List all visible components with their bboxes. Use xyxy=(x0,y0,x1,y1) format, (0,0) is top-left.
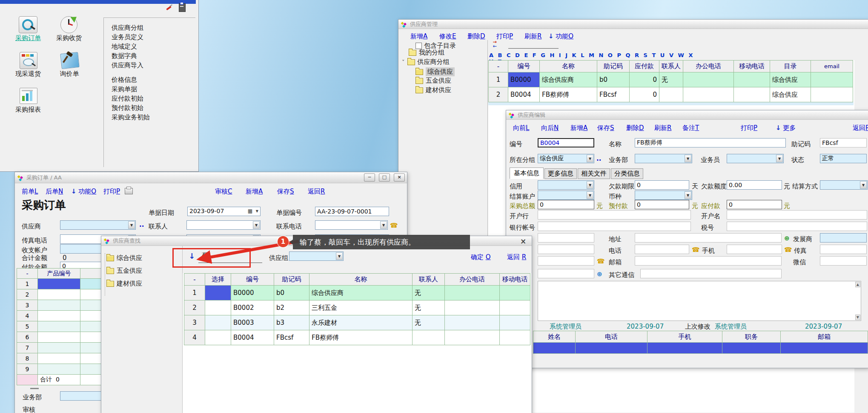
tree-item-hardware-supply[interactable]: 五金供应 xyxy=(415,77,451,85)
mgr-filter-input[interactable] xyxy=(508,48,559,49)
order-audit-button[interactable]: 审核C xyxy=(215,188,232,196)
phone-field[interactable] xyxy=(635,245,689,254)
scroll-up-icon[interactable]: ▲ xyxy=(855,282,860,287)
menu-item-supplier-group[interactable]: 供应商分组 xyxy=(112,23,143,32)
mgr-new-button[interactable]: 新增A xyxy=(410,32,427,40)
payable-field[interactable] xyxy=(727,200,782,209)
mgr-print-button[interactable]: 打印P xyxy=(496,32,513,40)
order-item-row[interactable]: 2 xyxy=(17,289,107,300)
shortcut-return-goods[interactable]: 现采退货 xyxy=(10,51,46,82)
code-field[interactable] xyxy=(538,138,594,147)
search-tree-building[interactable]: 建材供应 xyxy=(106,280,142,288)
phone-combo[interactable]: ▼ xyxy=(315,220,388,230)
contacts-selected-row[interactable] xyxy=(533,343,868,354)
order-item-row[interactable]: 3 xyxy=(17,300,107,311)
settle-account-combo[interactable]: ▼ xyxy=(538,191,594,200)
order-item-row[interactable]: 4 xyxy=(17,311,107,321)
swap-arrows-icon[interactable]: →← xyxy=(491,40,498,49)
tools-icon[interactable] xyxy=(165,4,173,11)
mgr-refresh-button[interactable]: 刷新R xyxy=(524,32,541,40)
search-result-row[interactable]: 2B0002b2三利五金无 xyxy=(184,300,530,315)
menu-item-purchase-biz-init[interactable]: 采购业务初始 xyxy=(112,113,150,122)
combo-arrow-icon[interactable]: ▼ xyxy=(253,221,260,229)
menu-item-region-define[interactable]: 地域定义 xyxy=(112,42,137,51)
shortcut-label[interactable]: 现采退货 xyxy=(10,70,46,78)
credit-combo[interactable]: ▼ xyxy=(538,180,594,190)
edit-prev-button[interactable]: 向前L xyxy=(513,124,529,132)
expander-icon[interactable]: ˅ xyxy=(402,59,405,65)
combo-arrow-icon[interactable]: ▼ xyxy=(860,181,867,189)
mgr-delete-button[interactable]: 删除D xyxy=(467,32,485,40)
order-item-row[interactable]: 7 xyxy=(17,343,107,353)
menu-item-prepay-init[interactable]: 预付款初始 xyxy=(112,103,143,113)
menu-item-payable-init[interactable]: 应付款初始 xyxy=(112,94,143,103)
order-item-row[interactable]: 6 xyxy=(17,332,107,343)
edit-delete-button[interactable]: 删除D xyxy=(626,124,644,132)
other-contact-field[interactable] xyxy=(640,269,782,278)
mgr-function-button[interactable]: ↓ 功能O xyxy=(548,32,573,40)
tab-category-info[interactable]: 分类信息 xyxy=(611,168,643,179)
tree-item-supplier-group[interactable]: ˅供应商分组 xyxy=(402,58,450,66)
order-function-button[interactable]: ↓ 功能O xyxy=(71,188,96,196)
status-field[interactable]: 正常 xyxy=(820,154,867,163)
menu-item-price-info[interactable]: 价格信息 xyxy=(112,75,137,84)
shortcut-purchase-receipt[interactable]: 采购收货 xyxy=(51,15,87,46)
combo-arrow-icon[interactable]: ▼ xyxy=(685,191,691,199)
settle-method-combo[interactable]: ▼ xyxy=(820,180,868,190)
bank-name-field[interactable] xyxy=(727,210,867,219)
contact-person-field[interactable] xyxy=(538,245,594,254)
combo-arrow-icon[interactable]: ▼ xyxy=(776,155,783,162)
close-icon[interactable]: × xyxy=(520,237,526,245)
menu-item-purchase-docs[interactable]: 采购单据 xyxy=(112,84,137,94)
combo-arrow-icon[interactable]: ▼ xyxy=(685,155,691,162)
shortcut-label[interactable]: 采购收货 xyxy=(51,34,87,42)
table-row[interactable]: 2B0004FB蔡师傅FBcsf0综合供应 xyxy=(489,87,853,102)
combo-arrow-icon[interactable]: ▼ xyxy=(587,181,593,189)
shortcut-purchase-order[interactable]: 采购订单 xyxy=(10,15,46,46)
debt-limit-field[interactable] xyxy=(727,180,782,190)
group-combo[interactable]: 综合供应▼ xyxy=(538,154,594,163)
order-item-row[interactable]: 9 xyxy=(17,364,107,375)
bank-field[interactable] xyxy=(538,210,691,219)
prepay-field[interactable] xyxy=(635,200,689,209)
order-print-button[interactable]: 打印P xyxy=(103,188,120,196)
order-prev-button[interactable]: 前单L xyxy=(22,188,38,196)
tree-item-building-supply[interactable]: 建材供应 xyxy=(415,86,451,94)
combo-arrow-icon[interactable]: ▼ xyxy=(380,221,387,229)
order-next-button[interactable]: 后单N xyxy=(46,188,63,196)
edit-refresh-button[interactable]: 刷新R xyxy=(654,124,671,132)
scroll-down-icon[interactable]: ▼ xyxy=(855,315,860,320)
table-row[interactable]: 1B0000综合供应商b00无综合供应 xyxy=(489,72,853,87)
purchase-total-field[interactable] xyxy=(538,200,594,209)
close-button[interactable]: × xyxy=(394,173,405,182)
supplier-group-combo[interactable]: ▼ xyxy=(289,251,344,261)
edit-save-button[interactable]: 保存S xyxy=(597,124,614,132)
calendar-icon[interactable]: ▦ xyxy=(248,208,252,214)
shortcut-label[interactable]: 采购订单 xyxy=(10,34,46,42)
order-new-button[interactable]: 新增A xyxy=(246,188,263,196)
supplier-combo[interactable]: ▼ xyxy=(60,220,136,230)
edit-note-button[interactable]: 备注T xyxy=(682,124,699,132)
shortcut-label[interactable]: 询价单 xyxy=(52,70,86,78)
order-save-button[interactable]: 保存S xyxy=(277,188,294,196)
order-item-row[interactable]: 1 xyxy=(17,279,107,289)
edit-more-button[interactable]: ↓ 更多 xyxy=(776,124,796,132)
dept-combo[interactable]: ▼ xyxy=(635,154,692,163)
tree-item-general-supply[interactable]: 综合供应 xyxy=(415,67,455,76)
group-more-link[interactable]: .. xyxy=(596,155,601,162)
developer-field[interactable] xyxy=(820,233,867,243)
contact-combo[interactable]: ▼ xyxy=(186,220,261,230)
tab-more-info[interactable]: 更多信息 xyxy=(544,168,577,179)
email-field[interactable] xyxy=(635,256,782,266)
menu-item-data-dictionary[interactable]: 数据字典 xyxy=(112,51,137,61)
remark-box[interactable]: ▲ ▼ xyxy=(538,281,861,321)
edit-back-button[interactable]: 返回R xyxy=(853,124,868,132)
search-tree-hardware[interactable]: 五金供应 xyxy=(106,267,142,275)
tree-item-my-group[interactable]: 我的分组 xyxy=(409,49,444,57)
shortcut-label[interactable]: 采购报表 xyxy=(10,106,46,114)
address-field[interactable] xyxy=(635,233,782,243)
bank-account-field[interactable] xyxy=(538,222,691,231)
extra-field[interactable] xyxy=(538,256,594,266)
shortcut-purchase-report[interactable]: 采购报表 xyxy=(10,87,46,118)
currency-combo[interactable]: ▼ xyxy=(635,191,692,200)
